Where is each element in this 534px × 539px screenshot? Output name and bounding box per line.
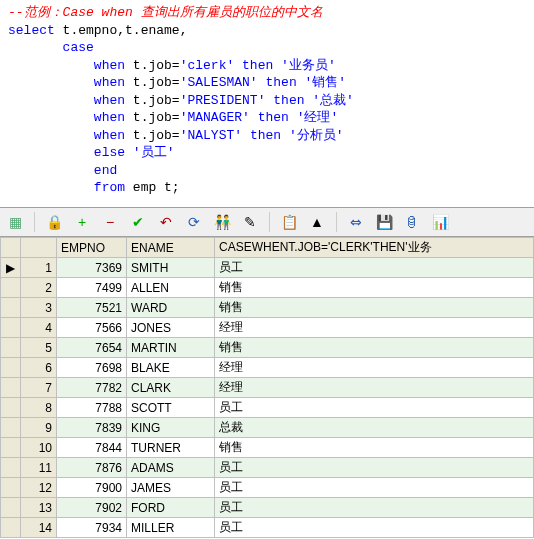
table-row[interactable]: 47566JONES经理 xyxy=(1,318,534,338)
cell-empno[interactable]: 7369 xyxy=(57,258,127,278)
cell-empno[interactable]: 7566 xyxy=(57,318,127,338)
cell-role[interactable]: 员工 xyxy=(215,518,534,538)
col-ename[interactable]: ENAME xyxy=(127,238,215,258)
save-icon[interactable]: 💾 xyxy=(375,213,393,231)
cell-empno[interactable]: 7902 xyxy=(57,498,127,518)
cell-role[interactable]: 员工 xyxy=(215,478,534,498)
table-row[interactable]: ▶17369SMITH员工 xyxy=(1,258,534,278)
cell-ename[interactable]: SCOTT xyxy=(127,398,215,418)
row-number: 3 xyxy=(21,298,57,318)
cell-empno[interactable]: 7788 xyxy=(57,398,127,418)
cell-role[interactable]: 员工 xyxy=(215,458,534,478)
cell-empno[interactable]: 7839 xyxy=(57,418,127,438)
filter-icon[interactable]: ▲ xyxy=(308,213,326,231)
cell-role[interactable]: 经理 xyxy=(215,358,534,378)
row-marker xyxy=(1,438,21,458)
row-number: 13 xyxy=(21,498,57,518)
cell-role[interactable]: 员工 xyxy=(215,258,534,278)
row-number: 1 xyxy=(21,258,57,278)
commit-icon[interactable]: ✔ xyxy=(129,213,147,231)
row-marker xyxy=(1,518,21,538)
cell-ename[interactable]: SMITH xyxy=(127,258,215,278)
cell-ename[interactable]: ALLEN xyxy=(127,278,215,298)
find-icon[interactable]: 👬 xyxy=(213,213,231,231)
table-row[interactable]: 107844TURNER销售 xyxy=(1,438,534,458)
cell-ename[interactable]: BLAKE xyxy=(127,358,215,378)
row-marker: ▶ xyxy=(1,258,21,278)
row-number: 4 xyxy=(21,318,57,338)
cell-ename[interactable]: MARTIN xyxy=(127,338,215,358)
delete-row-icon[interactable]: − xyxy=(101,213,119,231)
link-icon[interactable]: ⇔ xyxy=(347,213,365,231)
kw-end: end xyxy=(94,163,117,178)
table-row[interactable]: 77782CLARK经理 xyxy=(1,378,534,398)
toolbar-sep xyxy=(34,212,35,232)
cell-role[interactable]: 销售 xyxy=(215,438,534,458)
table-row[interactable]: 147934MILLER员工 xyxy=(1,518,534,538)
cell-empno[interactable]: 7844 xyxy=(57,438,127,458)
row-marker xyxy=(1,298,21,318)
sql-editor[interactable]: --范例：Case when 查询出所有雇员的职位的中文名 select t.e… xyxy=(0,0,534,207)
row-marker xyxy=(1,318,21,338)
cell-role[interactable]: 员工 xyxy=(215,398,534,418)
row-number: 9 xyxy=(21,418,57,438)
table-row[interactable]: 137902FORD员工 xyxy=(1,498,534,518)
cell-role[interactable]: 员工 xyxy=(215,498,534,518)
cell-role[interactable]: 经理 xyxy=(215,378,534,398)
kw-else: else xyxy=(94,145,133,160)
row-number: 8 xyxy=(21,398,57,418)
grid-header-row: EMPNO ENAME CASEWHENT.JOB='CLERK'THEN'业务 xyxy=(1,238,534,258)
table-row[interactable]: 97839KING总裁 xyxy=(1,418,534,438)
cell-role[interactable]: 总裁 xyxy=(215,418,534,438)
results-grid[interactable]: EMPNO ENAME CASEWHENT.JOB='CLERK'THEN'业务… xyxy=(0,237,534,538)
table-row[interactable]: 127900JAMES员工 xyxy=(1,478,534,498)
toolbar-sep xyxy=(269,212,270,232)
add-row-icon[interactable]: + xyxy=(73,213,91,231)
chart-icon[interactable]: 📊 xyxy=(431,213,449,231)
cell-empno[interactable]: 7782 xyxy=(57,378,127,398)
export-icon[interactable]: 🛢 xyxy=(403,213,421,231)
cell-ename[interactable]: MILLER xyxy=(127,518,215,538)
table-row[interactable]: 37521WARD销售 xyxy=(1,298,534,318)
table-row[interactable]: 67698BLAKE经理 xyxy=(1,358,534,378)
rollback-icon[interactable]: ↶ xyxy=(157,213,175,231)
row-number: 7 xyxy=(21,378,57,398)
row-number: 14 xyxy=(21,518,57,538)
cell-empno[interactable]: 7934 xyxy=(57,518,127,538)
cell-ename[interactable]: KING xyxy=(127,418,215,438)
cell-empno[interactable]: 7900 xyxy=(57,478,127,498)
cell-role[interactable]: 经理 xyxy=(215,318,534,338)
cell-ename[interactable]: TURNER xyxy=(127,438,215,458)
col-case[interactable]: CASEWHENT.JOB='CLERK'THEN'业务 xyxy=(215,238,534,258)
refresh-icon[interactable]: ⟳ xyxy=(185,213,203,231)
row-marker xyxy=(1,338,21,358)
table-row[interactable]: 27499ALLEN销售 xyxy=(1,278,534,298)
cell-ename[interactable]: WARD xyxy=(127,298,215,318)
cell-ename[interactable]: JONES xyxy=(127,318,215,338)
kw-from: from xyxy=(94,180,125,195)
cell-empno[interactable]: 7876 xyxy=(57,458,127,478)
lock-icon[interactable]: 🔒 xyxy=(45,213,63,231)
kw-select: select xyxy=(8,23,55,38)
cell-ename[interactable]: ADAMS xyxy=(127,458,215,478)
paste-icon[interactable]: 📋 xyxy=(280,213,298,231)
table-row[interactable]: 57654MARTIN销售 xyxy=(1,338,534,358)
grid-options-icon[interactable]: ▦ xyxy=(6,213,24,231)
table-row[interactable]: 87788SCOTT员工 xyxy=(1,398,534,418)
cell-ename[interactable]: FORD xyxy=(127,498,215,518)
cell-empno[interactable]: 7521 xyxy=(57,298,127,318)
cell-role[interactable]: 销售 xyxy=(215,338,534,358)
col-empno[interactable]: EMPNO xyxy=(57,238,127,258)
cell-ename[interactable]: CLARK xyxy=(127,378,215,398)
row-marker xyxy=(1,458,21,478)
row-marker xyxy=(1,278,21,298)
table-row[interactable]: 117876ADAMS员工 xyxy=(1,458,534,478)
cell-empno[interactable]: 7698 xyxy=(57,358,127,378)
copy-col-icon[interactable]: ✎ xyxy=(241,213,259,231)
cell-ename[interactable]: JAMES xyxy=(127,478,215,498)
cell-role[interactable]: 销售 xyxy=(215,298,534,318)
cell-empno[interactable]: 7654 xyxy=(57,338,127,358)
results-toolbar: ▦ 🔒 + − ✔ ↶ ⟳ 👬 ✎ 📋 ▲ ⇔ 💾 🛢 📊 xyxy=(0,207,534,237)
cell-role[interactable]: 销售 xyxy=(215,278,534,298)
cell-empno[interactable]: 7499 xyxy=(57,278,127,298)
